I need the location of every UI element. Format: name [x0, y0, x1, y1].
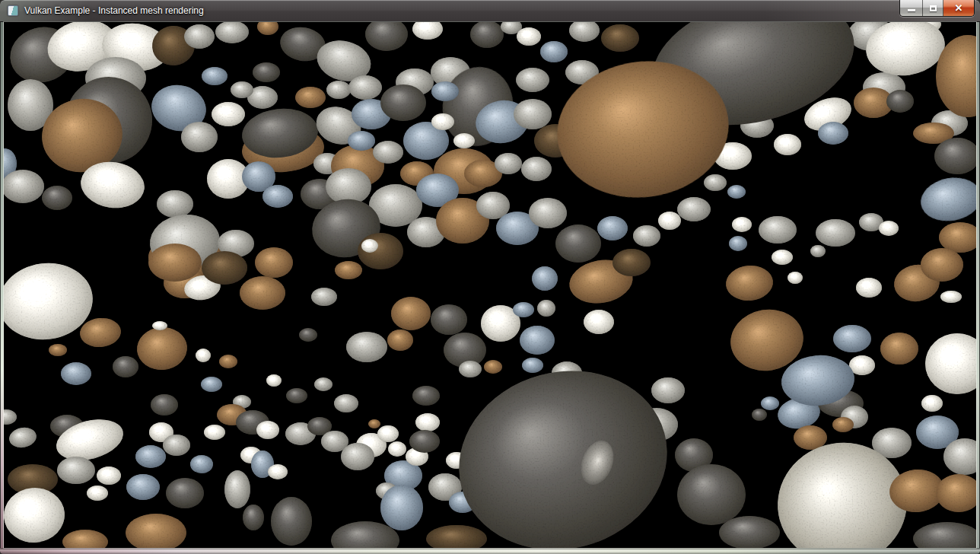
rock: [262, 185, 293, 208]
rock: [181, 122, 218, 152]
rock: [49, 344, 67, 356]
rock: [346, 332, 387, 362]
rock: [409, 430, 440, 453]
maximize-button[interactable]: [923, 0, 943, 16]
render-viewport[interactable]: [4, 22, 976, 548]
rock: [113, 356, 138, 377]
rock: [219, 355, 237, 368]
minimize-icon: [908, 9, 915, 11]
rock: [184, 24, 215, 49]
rock: [832, 417, 854, 432]
rock: [810, 245, 826, 257]
rock: [677, 197, 711, 221]
rock: [495, 153, 522, 174]
rock: [513, 302, 534, 317]
rock: [387, 330, 413, 351]
app-icon: [8, 5, 18, 16]
rock: [61, 362, 91, 385]
rock: [658, 212, 681, 230]
rock: [532, 266, 558, 291]
rock: [833, 325, 871, 352]
rock: [537, 300, 555, 317]
rock: [788, 272, 803, 284]
rock: [677, 464, 746, 525]
rock: [266, 374, 282, 387]
rock: [335, 261, 362, 279]
rock: [521, 157, 552, 181]
rock: [380, 84, 426, 121]
rock: [148, 244, 202, 282]
rock: [719, 516, 780, 548]
rock: [732, 217, 752, 232]
rock: [633, 225, 660, 247]
rock: [431, 304, 467, 335]
rock: [151, 394, 178, 416]
caption-buttons: ✕: [899, 0, 975, 17]
rock: [295, 87, 326, 108]
rock: [772, 250, 793, 265]
titlebar[interactable]: Vulkan Example - Instanced mesh renderin…: [0, 0, 980, 22]
rock: [243, 505, 264, 530]
rock: [886, 90, 914, 113]
rock: [202, 251, 247, 285]
rock: [794, 425, 827, 450]
rock: [453, 133, 475, 148]
rock: [358, 233, 403, 269]
minimize-button[interactable]: [900, 0, 923, 16]
rock: [759, 216, 797, 244]
rock: [514, 99, 552, 129]
rock: [459, 361, 482, 377]
rock: [361, 239, 378, 253]
rock: [431, 81, 459, 101]
rock: [212, 102, 245, 126]
rock: [601, 24, 639, 52]
rock: [584, 310, 614, 334]
rock: [612, 249, 651, 276]
rock: [126, 474, 160, 500]
rock: [97, 466, 121, 485]
rock: [42, 186, 72, 210]
rock: [522, 358, 543, 373]
close-icon: ✕: [955, 3, 963, 13]
rock: [196, 349, 211, 362]
rock-scene: [4, 22, 976, 548]
window-border-right: [976, 22, 980, 548]
rock: [190, 455, 213, 473]
rock: [940, 291, 962, 303]
rock: [311, 288, 337, 306]
rock: [752, 409, 767, 421]
app-window: Vulkan Example - Instanced mesh renderin…: [0, 0, 980, 554]
rock: [651, 377, 685, 403]
window-border-bottom: [0, 548, 980, 554]
rock: [377, 425, 399, 442]
rock: [348, 131, 375, 151]
rock: [856, 278, 882, 298]
rock: [231, 81, 253, 98]
rock: [286, 388, 307, 403]
rock: [431, 113, 454, 130]
rock: [373, 141, 403, 164]
rock: [597, 216, 628, 240]
rock: [135, 445, 166, 468]
rock: [921, 395, 943, 412]
rock: [204, 425, 225, 440]
rock: [484, 360, 502, 374]
rock: [818, 122, 848, 145]
rock: [774, 134, 801, 155]
rock: [255, 247, 293, 278]
rock: [224, 470, 250, 508]
rock: [516, 68, 549, 92]
rock: [166, 478, 204, 508]
rock: [271, 497, 312, 546]
rock: [152, 321, 167, 330]
rock: [57, 457, 95, 484]
rock: [326, 81, 351, 99]
rock: [921, 248, 963, 282]
rock: [87, 486, 108, 501]
close-button[interactable]: ✕: [943, 0, 974, 16]
rock: [761, 396, 779, 410]
rock: [202, 67, 228, 85]
rock: [880, 333, 918, 365]
rock: [388, 441, 406, 457]
rock: [334, 394, 358, 412]
